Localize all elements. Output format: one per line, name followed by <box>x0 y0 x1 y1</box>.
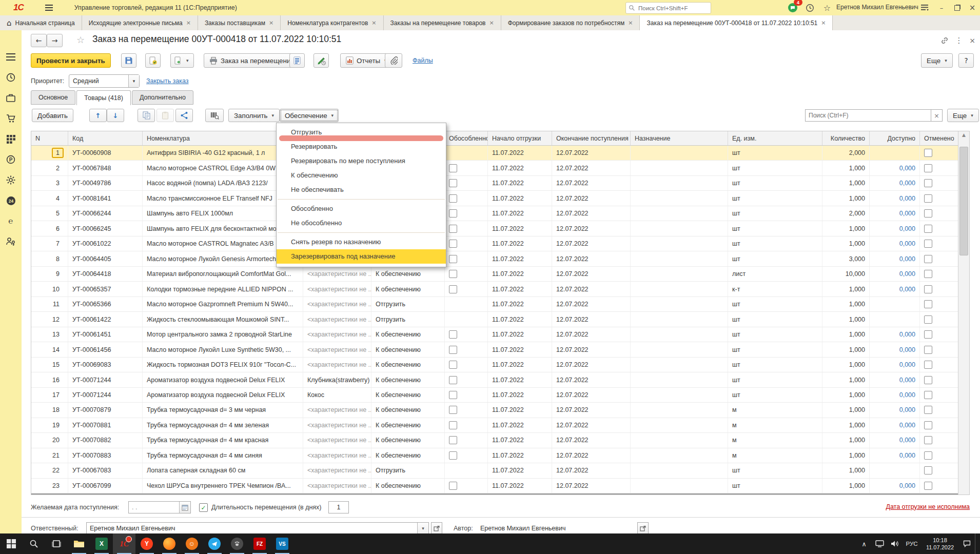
copy-button[interactable] <box>138 109 155 122</box>
close-tab-icon[interactable]: × <box>371 19 376 26</box>
close-tab-icon[interactable]: × <box>269 19 273 26</box>
separate-checkbox[interactable] <box>449 421 457 429</box>
cancelled-checkbox[interactable] <box>924 149 932 157</box>
shipping-date-alert-link[interactable]: Дата отгрузки не исполнима <box>886 503 970 510</box>
separate-checkbox[interactable] <box>449 391 457 399</box>
calendar-icon[interactable] <box>179 502 190 513</box>
current-user-name[interactable]: Еретнов Михаил Евгеньевич <box>836 4 918 11</box>
barcode-scan-button[interactable] <box>205 109 224 122</box>
global-search-input[interactable] <box>637 5 708 12</box>
table-row[interactable]: 8 УТ-00064405 Масло моторное Лукойл Gene… <box>31 251 969 266</box>
filezilla-icon[interactable]: FZ <box>248 533 271 554</box>
paste-button[interactable] <box>156 109 174 122</box>
separate-checkbox[interactable] <box>449 436 457 444</box>
cancelled-checkbox[interactable] <box>924 179 932 187</box>
paw-app-icon[interactable] <box>226 533 248 554</box>
discussions-icon[interactable]: 4 <box>787 2 799 14</box>
menu-item[interactable] <box>277 197 446 202</box>
responsible-open-button[interactable] <box>431 522 442 535</box>
separate-checkbox[interactable] <box>449 406 457 414</box>
table-row[interactable]: 22 УТ-00067083 Лопата саперная складная … <box>31 463 969 478</box>
start-button[interactable] <box>0 533 23 554</box>
file-explorer-icon[interactable] <box>68 533 90 554</box>
table-row[interactable]: 2 УТ-00067848 Масло моторное CASTROL Edg… <box>31 161 969 175</box>
priority-select[interactable]: Средний ▾ <box>69 74 140 88</box>
more-button[interactable]: Еще▾ <box>921 53 953 68</box>
separate-checkbox[interactable] <box>449 270 457 278</box>
favorite-star-icon[interactable]: ☆ <box>76 34 85 45</box>
sections-menu-icon[interactable] <box>5 51 16 63</box>
cancelled-checkbox[interactable] <box>924 406 932 414</box>
col-header-cancelled[interactable]: Отменено <box>920 131 959 145</box>
menu-item[interactable] <box>277 230 446 235</box>
col-header-available[interactable]: Доступно <box>870 131 920 145</box>
responsible-field[interactable]: Еретнов Михаил Евгеньевич ▾ <box>86 522 429 535</box>
cancelled-checkbox[interactable] <box>924 225 932 233</box>
cancelled-checkbox[interactable] <box>924 346 932 354</box>
cancelled-checkbox[interactable] <box>924 330 932 339</box>
table-row[interactable]: 13 УТ-00061451 Мотор центрального замка … <box>31 327 969 342</box>
separate-checkbox[interactable] <box>449 225 457 233</box>
post-and-close-button[interactable]: Провести и закрыть <box>31 53 111 68</box>
menu-item[interactable]: Не обособленно <box>277 216 446 230</box>
taskbar-search-icon[interactable] <box>23 533 45 554</box>
apps-grid-icon[interactable] <box>5 133 16 145</box>
cancelled-checkbox[interactable] <box>924 466 932 474</box>
move-row-up-button[interactable]: ↑ <box>89 109 107 122</box>
volume-icon[interactable] <box>888 533 902 554</box>
cancelled-checkbox[interactable] <box>924 391 932 399</box>
separate-checkbox[interactable] <box>449 451 457 460</box>
cancelled-checkbox[interactable] <box>924 255 932 263</box>
share-structure-button[interactable] <box>175 109 193 122</box>
table-search-box[interactable] <box>805 109 931 122</box>
task-view-icon[interactable] <box>45 533 68 554</box>
scrollbar-thumb[interactable] <box>959 147 968 255</box>
col-header-separate[interactable]: Обособленно <box>445 131 488 145</box>
separate-checkbox[interactable] <box>449 482 457 490</box>
table-row[interactable]: 20 УТ-00070882 Трубка термоусадочная d= … <box>31 433 969 448</box>
menu-item[interactable]: К обеспечению <box>277 168 446 183</box>
separate-checkbox[interactable] <box>449 285 457 293</box>
messenger-icon[interactable]: ☺ <box>181 533 203 554</box>
separate-checkbox[interactable] <box>449 376 457 384</box>
cancelled-checkbox[interactable] <box>924 482 932 490</box>
clear-search-icon[interactable]: × <box>931 109 943 122</box>
firefox-icon[interactable] <box>158 533 181 554</box>
table-row[interactable]: 10 УТ-00065357 Колодки тормозные передни… <box>31 282 969 296</box>
cancelled-checkbox[interactable] <box>924 300 932 308</box>
briefcase-icon[interactable] <box>5 92 16 104</box>
network-icon[interactable] <box>872 533 887 554</box>
yandex-browser-icon[interactable]: Y <box>135 533 158 554</box>
info-circle-icon[interactable]: P <box>5 154 16 165</box>
taskbar-clock[interactable]: 10:18 11.07.2022 <box>922 537 958 551</box>
col-header-destination[interactable]: Назначение <box>631 131 728 145</box>
support-24-icon[interactable]: 24 <box>5 195 16 206</box>
cancelled-checkbox[interactable] <box>924 315 932 324</box>
cancelled-checkbox[interactable] <box>924 436 932 444</box>
settings-gear-icon[interactable] <box>5 174 16 186</box>
move-row-down-button[interactable]: ↓ <box>107 109 124 122</box>
restore-button[interactable] <box>950 2 964 13</box>
cancelled-checkbox[interactable] <box>924 209 932 217</box>
more-kebab-icon[interactable]: ⋮ <box>953 35 965 46</box>
table-row[interactable]: 14 УТ-00061456 Масло моторное Лукойл Lux… <box>31 342 969 357</box>
window-tab[interactable]: Заказ на перемещение 00УТ-000418 от 11.0… <box>640 15 833 30</box>
table-row[interactable]: 1 УТ-00060908 Антифриз SIBIRIA -40 G12 к… <box>31 146 969 161</box>
table-row[interactable]: 6 УТ-00066245 Шампунь авто FELIX для бес… <box>31 221 969 236</box>
window-tab[interactable]: Заказы на перемещение товаров × <box>384 15 501 30</box>
print-order-button[interactable]: Заказ на перемещение <box>204 53 300 68</box>
duration-checkbox[interactable]: ✓ <box>199 503 208 512</box>
scroll-up-icon[interactable]: ▲ <box>958 132 969 137</box>
separate-checkbox[interactable] <box>449 346 457 354</box>
fill-menu-button[interactable]: Заполнить▾ <box>228 109 280 122</box>
main-menu-hamburger-icon[interactable] <box>45 5 53 11</box>
favorites-star-icon[interactable]: ☆ <box>821 2 833 14</box>
page-tab[interactable]: Дополнительно <box>132 90 193 105</box>
table-row[interactable]: 21 УТ-00070883 Трубка термоусадочная d= … <box>31 448 969 463</box>
vscode-icon[interactable]: VS <box>271 533 293 554</box>
table-row[interactable]: 16 УТ-00071244 Ароматизатор воздуха подв… <box>31 372 969 387</box>
table-row[interactable]: 12 УТ-00061422 Жидкость стеклоомывающая … <box>31 312 969 327</box>
menu-item[interactable]: Снять резерв по назначению <box>277 235 446 249</box>
attachments-button[interactable] <box>385 53 402 68</box>
save-button[interactable] <box>121 53 136 68</box>
